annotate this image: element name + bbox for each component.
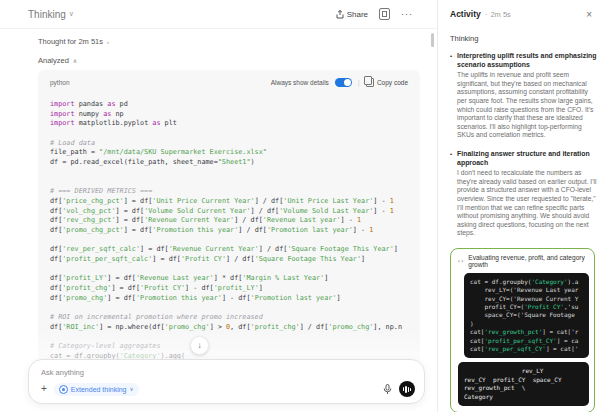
code-card-header: python Always show details | Copy code [38, 70, 420, 94]
microphone-icon [383, 384, 392, 395]
down-arrow-icon: ↓ [198, 341, 202, 350]
main-scrollbar[interactable] [431, 33, 434, 47]
activity-title: Activity [450, 9, 481, 19]
waveform-icon [403, 387, 404, 391]
share-button[interactable]: Share [336, 10, 368, 19]
thinking-mode-icon [59, 385, 68, 394]
main-header: Thinking ∨ Share ··· [0, 0, 437, 29]
code-language-label: python [50, 79, 70, 86]
thought-duration-label: Thought for 2m 51s [38, 37, 103, 46]
code-card-controls: Always show details | Copy code [271, 78, 408, 87]
tool-call-card[interactable]: ‹› Evaluating revenue, profit, and categ… [450, 248, 595, 412]
activity-duration: 2m 5s [490, 10, 510, 19]
header-actions: Share ··· [336, 8, 413, 20]
tool-card-title: Evaluating revenue, profit, and category… [468, 254, 589, 268]
activity-header: Activity · 2m 5s × [438, 0, 602, 28]
code-card: python Always show details | Copy code i… [38, 70, 420, 392]
chevron-down-icon: ∨ [69, 10, 74, 18]
python-code-block[interactable]: import pandas as pdimport numpy as npimp… [38, 94, 420, 368]
share-icon [336, 10, 344, 19]
dot-separator: · [485, 10, 488, 19]
always-show-details-toggle[interactable] [335, 78, 352, 87]
share-label: Share [347, 10, 368, 19]
extended-thinking-label: Extended thinking [71, 386, 127, 393]
analyzed-toggle[interactable]: Analyzed ∧ [38, 56, 77, 65]
tool-output-block[interactable]: rev_LYrev_CY profit_CY space_CYrev_growt… [458, 362, 589, 406]
canvas-icon[interactable] [379, 8, 390, 20]
thinking-bullet: • Finalizing answer structure and iterat… [450, 150, 597, 238]
model-selector[interactable]: Thinking ∨ [28, 9, 74, 20]
more-options-button[interactable]: ··· [401, 9, 413, 19]
always-show-details-label: Always show details [271, 79, 329, 86]
tool-code-block[interactable]: cat = df.groupby('Category').a rev_LY=('… [464, 273, 589, 359]
message-composer[interactable]: Ask anything + Extended thinking ∨ [28, 359, 425, 404]
activity-content: Thinking • Interpreting uplift results a… [438, 28, 602, 412]
controls-divider: | [358, 78, 360, 87]
composer-input[interactable]: Ask anything [41, 368, 412, 377]
thinking-section-label: Thinking [450, 34, 597, 43]
attach-button[interactable]: + [41, 384, 47, 394]
chevron-down-icon: ∨ [130, 386, 134, 392]
close-panel-button[interactable]: × [586, 9, 592, 20]
thinking-bullet: • Interpreting uplift results and emphas… [450, 52, 597, 140]
tool-card-header: ‹› Evaluating revenue, profit, and categ… [454, 254, 591, 268]
code-icon: ‹› [457, 257, 464, 264]
dictation-button[interactable] [383, 384, 392, 395]
bullet-icon: • [450, 52, 452, 140]
app-window: Thinking ∨ Share ··· Thought for 2m 51s … [0, 0, 602, 412]
bullet-body: I don't need to recalculate the numbers … [457, 169, 597, 238]
chevron-right-icon: › [107, 39, 109, 45]
analyzed-label: Analyzed [38, 56, 69, 65]
copy-code-button[interactable]: Copy code [366, 78, 408, 87]
chevron-up-icon: ∧ [73, 57, 77, 64]
bullet-content: Interpreting uplift results and emphasiz… [457, 52, 597, 140]
bullet-icon: • [450, 150, 452, 238]
extended-thinking-selector[interactable]: Extended thinking ∨ [54, 383, 139, 396]
main-panel: Thinking ∨ Share ··· Thought for 2m 51s … [0, 0, 437, 412]
voice-mode-button[interactable] [399, 381, 415, 397]
bullet-content: Finalizing answer structure and iteratio… [457, 150, 597, 238]
activity-panel: Activity · 2m 5s × Thinking • Interpreti… [437, 0, 602, 412]
scroll-to-bottom-button[interactable]: ↓ [190, 336, 209, 355]
copy-code-label: Copy code [377, 79, 408, 86]
model-selector-label: Thinking [28, 9, 66, 20]
composer-toolbar: + Extended thinking ∨ [41, 381, 415, 397]
bullet-title: Interpreting uplift results and emphasiz… [457, 52, 597, 69]
bullet-body: The uplifts in revenue and profit seem s… [457, 71, 597, 140]
thought-duration-toggle[interactable]: Thought for 2m 51s › [38, 37, 109, 46]
bullet-title: Finalizing answer structure and iteratio… [457, 150, 597, 167]
copy-icon [366, 78, 374, 87]
